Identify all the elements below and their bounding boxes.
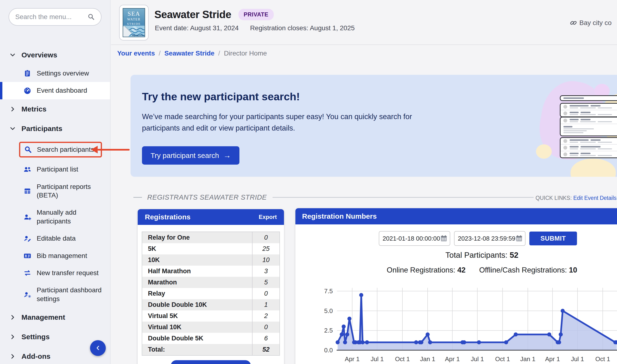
svg-text:Jan 1: Jan 1 (520, 355, 536, 363)
calendar-icon[interactable] (515, 235, 523, 242)
sidebar-item-participant-list[interactable]: Participant list (0, 161, 110, 178)
event-count: 0 (252, 322, 279, 333)
people-icon (23, 166, 31, 173)
calendar-icon[interactable] (440, 235, 448, 242)
sidebar-item-manually-add-participants[interactable]: Manually add participants (0, 204, 110, 230)
registrations-chart: Apr 1Jul 1Oct 1Jan 1Apr 1Jul 1Oct 1Jan 1… (337, 281, 617, 364)
sidebar-collapse-button[interactable]: ‹ (90, 340, 106, 356)
menu-search-input[interactable]: Search the menu... (9, 8, 102, 26)
registrations-title: Registrations (145, 213, 191, 221)
person-plus-icon (23, 213, 31, 221)
arrow-shaft (98, 149, 129, 151)
sidebar-section-label: Settings (21, 333, 50, 341)
logo-line: SEA (123, 11, 145, 17)
event-logo: SEA WATER STRIDE Bay city series (119, 5, 149, 40)
sidebar-nav: OverviewsSettings overviewEvent dashboar… (0, 45, 110, 364)
sidebar-item-editable-data[interactable]: Editable data (0, 230, 110, 247)
event-name: Relay (142, 290, 252, 297)
registrations-partial-button[interactable] (171, 360, 251, 364)
svg-text:Jul 1: Jul 1 (371, 355, 384, 363)
try-participant-search-button[interactable]: Try participant search → (142, 146, 239, 165)
svg-text:Jul 1: Jul 1 (571, 355, 584, 363)
svg-text:Apr 1: Apr 1 (545, 355, 560, 363)
sidebar-section-participants[interactable]: Participants (0, 119, 110, 138)
sidebar-section-management[interactable]: Management (0, 308, 110, 327)
registration-row: Half Marathon3 (142, 266, 279, 277)
sidebar-item-settings-overview[interactable]: Settings overview (0, 65, 110, 82)
registration-row: Relay0 (142, 288, 279, 299)
sidebar: Search the menu... OverviewsSettings ove… (0, 0, 111, 364)
event-name: 10K (142, 256, 252, 264)
svg-text:Jan 1: Jan 1 (420, 355, 435, 363)
event-name: Virtual 10K (142, 324, 252, 331)
quick-links: QUICK LINKS: Edit Event Details|Copy (536, 195, 617, 201)
breadcrumb-seawater-stride[interactable]: Seawater Stride (164, 50, 214, 57)
yellow-blob (571, 159, 616, 177)
registration-closes-text: Registration closes: August 1, 2025 (250, 24, 355, 32)
participant-search-illustration (543, 75, 617, 177)
export-button[interactable]: Export (259, 214, 277, 220)
registration-numbers-header: Registration Numbers (296, 208, 617, 224)
registration-row: 5K25 (142, 243, 279, 254)
sidebar-item-label: Editable data (37, 234, 76, 243)
chevron-right-icon (10, 106, 16, 112)
event-count: 10 (252, 254, 279, 266)
registration-row: Double Double 5K6 (142, 333, 279, 344)
sidebar-item-new-transfer-request[interactable]: New transfer request (0, 264, 110, 282)
skeleton-result-card (560, 103, 617, 117)
breadcrumb: Your events/Seawater Stride/Director Hom… (117, 50, 267, 57)
event-date-text: Event date: August 31, 2024 (155, 24, 239, 32)
annotation-arrow (91, 144, 129, 155)
registrations-line-chart: Apr 1Jul 1Oct 1Jan 1Apr 1Jul 1Oct 1Jan 1… (337, 281, 617, 364)
logo-caption: Bay city series (132, 35, 144, 36)
event-name: Marathon (142, 279, 252, 286)
org-link[interactable]: Bay city co (570, 19, 612, 27)
registration-numbers-card: Registration Numbers 2021-01-18 00:00:00… (296, 208, 617, 364)
sidebar-section-label: Management (21, 313, 65, 321)
registration-row: Virtual 5K2 (142, 310, 279, 322)
quick-link-edit-event-details[interactable]: Edit Event Details (573, 195, 617, 201)
sidebar-item-participant-reports-beta[interactable]: Participant reports (BETA) (0, 178, 110, 204)
arrow-right-icon: → (223, 151, 231, 160)
event-count: 1 (252, 299, 279, 310)
section-divider: REGISTRANTS SEAWATER STRIDE (133, 194, 534, 201)
org-link-label: Bay city co (579, 19, 612, 27)
banner-title: Try the new participant search! (142, 91, 300, 103)
sidebar-item-participant-dashboard-settings[interactable]: Participant dashboard settings (0, 282, 110, 308)
date-to-input[interactable]: 2023-12-08 23:59:59 (454, 231, 526, 246)
banner-button-label: Try participant search (151, 152, 219, 160)
event-count: 2 (252, 310, 279, 322)
chevron-left-icon: ‹ (96, 342, 100, 353)
search-icon (88, 13, 95, 21)
transfer-icon (23, 269, 31, 277)
breadcrumb-separator: / (218, 50, 220, 57)
chevron-right-icon (10, 334, 16, 340)
submit-button[interactable]: SUBMIT (529, 232, 577, 245)
event-logo-poster: SEA WATER STRIDE Bay city series (123, 8, 145, 37)
breadcrumb-your-events[interactable]: Your events (117, 50, 155, 57)
banner-body: We’ve made searching for your participan… (142, 111, 437, 134)
event-name: Double Double 10K (142, 301, 252, 309)
section-title: REGISTRANTS SEAWATER STRIDE (147, 194, 267, 201)
total-participants-value: 52 (510, 251, 518, 260)
search-icon (24, 146, 32, 153)
sidebar-item-label: Event dashboard (37, 86, 87, 95)
annotation-highlight-box: Search participants (19, 142, 102, 157)
person-edit-icon (23, 235, 31, 242)
skeleton-search-bar (560, 95, 617, 101)
sidebar-item-event-dashboard[interactable]: Event dashboard (0, 82, 110, 99)
sidebar-section-metrics[interactable]: Metrics (0, 99, 110, 119)
person-gear-icon (23, 291, 31, 299)
date-from-value: 2021-01-18 00:00:00 (383, 235, 440, 242)
date-from-input[interactable]: 2021-01-18 00:00:00 (379, 231, 450, 246)
sidebar-item-label: Participant reports (BETA) (37, 182, 105, 200)
svg-text:5.0: 5.0 (324, 307, 333, 314)
sidebar-item-bib-management[interactable]: Bib management (0, 247, 110, 264)
sidebar-item-label: Settings overview (37, 69, 89, 78)
header-divider (111, 44, 617, 45)
sidebar-section-label: Add-ons (21, 352, 51, 360)
event-name: 5K (142, 245, 252, 252)
sidebar-section-overviews[interactable]: Overviews (0, 45, 110, 65)
registrations-table: Relay for One05K2510K10Half Marathon3Mar… (142, 232, 280, 356)
svg-text:7.5: 7.5 (324, 287, 333, 295)
